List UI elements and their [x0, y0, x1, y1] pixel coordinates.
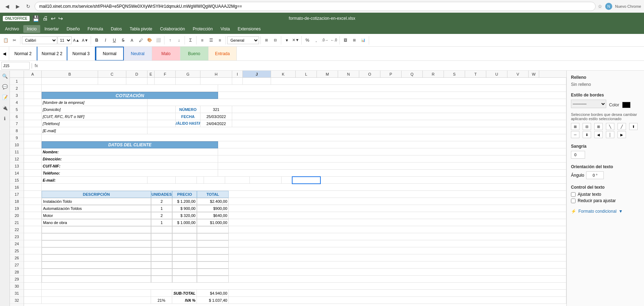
cell-B18[interactable]: Instalación Toldo — [42, 198, 151, 205]
border-right-btn[interactable]: ▶ — [618, 131, 626, 138]
cell-H22[interactable] — [197, 226, 229, 233]
row-2[interactable]: 2 — [10, 85, 24, 92]
cell-B7[interactable]: [Teléfono] — [42, 120, 148, 127]
col-S[interactable]: S — [444, 71, 465, 77]
row-6[interactable]: 6 — [10, 113, 24, 120]
border-all-btn[interactable]: ⊞ — [571, 123, 579, 130]
cell-rest25[interactable] — [229, 247, 566, 254]
col-P[interactable]: P — [380, 71, 402, 77]
col-O[interactable]: O — [359, 71, 380, 77]
search-sidebar-icon[interactable]: 🔍 — [1, 72, 9, 80]
cell-G25[interactable] — [172, 247, 197, 254]
cell-I1[interactable] — [232, 78, 243, 85]
row-22[interactable]: 22 — [10, 226, 24, 233]
cell-H18[interactable]: $2.400,00 — [197, 198, 229, 205]
row-1[interactable]: 1 — [10, 78, 24, 85]
style-neutral-btn[interactable]: Neutral — [124, 47, 152, 61]
cell-D15[interactable] — [176, 177, 197, 184]
color-swatch[interactable] — [622, 102, 631, 108]
cell-B28[interactable] — [42, 269, 151, 276]
cell-G27[interactable] — [172, 261, 197, 269]
cell-rest30[interactable] — [42, 283, 566, 290]
row-15[interactable]: 15 — [10, 177, 24, 184]
cell-B23[interactable] — [42, 233, 151, 240]
cell-G32-iva[interactable]: IVA % — [172, 297, 197, 304]
cell-rest24[interactable] — [229, 240, 566, 247]
row-24[interactable]: 24 — [10, 240, 24, 247]
cell-B4[interactable]: [Nombre de la empresa] — [42, 99, 148, 106]
menu-formula[interactable]: Fórmula — [84, 25, 107, 33]
cell-H17-total[interactable]: TOTAL — [197, 191, 229, 198]
cell-B2[interactable] — [42, 85, 218, 92]
cell-H6-val[interactable]: 25/03/2022 — [200, 113, 232, 120]
cell-C1[interactable] — [98, 78, 126, 85]
border-style-select[interactable]: ───── — [571, 100, 606, 108]
cell-A21[interactable] — [24, 219, 42, 226]
cell-A28[interactable] — [24, 269, 42, 276]
font-color-button[interactable]: A — [128, 36, 136, 45]
cell-A8[interactable] — [24, 127, 42, 134]
cell-rest31[interactable] — [229, 290, 566, 297]
cell-H27[interactable] — [197, 261, 229, 269]
cell-F17-units[interactable]: UNIDADES — [151, 191, 172, 198]
row-7[interactable]: 7 — [10, 120, 24, 127]
cell-B12[interactable]: Dirección: — [42, 155, 218, 163]
col-G[interactable]: G — [176, 71, 200, 77]
cell-rest21[interactable] — [229, 219, 566, 226]
highlight-button[interactable]: 🖊 — [137, 36, 145, 45]
cell-H1[interactable] — [200, 78, 232, 85]
row-21[interactable]: 21 — [10, 219, 24, 226]
border-button[interactable]: ⬜ — [154, 36, 163, 45]
cell-H26[interactable] — [197, 254, 229, 261]
chart-btn[interactable]: 📊 — [359, 36, 367, 45]
col-I[interactable]: I — [232, 71, 243, 77]
cell-G18[interactable]: $ 1.200,00 — [172, 198, 197, 205]
cell-A1[interactable] — [24, 78, 42, 85]
inc-decimal-btn[interactable]: .0→ — [321, 36, 329, 45]
thousands-btn[interactable]: , — [312, 36, 320, 45]
cell-rest28[interactable] — [229, 269, 566, 276]
row-20[interactable]: 20 — [10, 212, 24, 219]
menu-tabla-pivote[interactable]: Tabla pivote — [126, 25, 156, 33]
cell-A18[interactable] — [24, 198, 42, 205]
menu-diseno[interactable]: Diseño — [63, 25, 83, 33]
cell-A23[interactable] — [24, 233, 42, 240]
col-B[interactable]: B — [42, 71, 98, 77]
cell-G1[interactable] — [176, 78, 200, 85]
image-btn[interactable]: 🖼 — [341, 36, 350, 45]
fill-color-button[interactable]: 🎨 — [145, 36, 154, 45]
cell-rest16[interactable] — [42, 184, 566, 191]
row-25[interactable]: 25 — [10, 247, 24, 254]
cell-J1[interactable] — [243, 78, 271, 85]
col-M[interactable]: M — [317, 71, 338, 77]
cut-button[interactable]: ✂ — [10, 36, 19, 45]
cell-F26[interactable] — [151, 254, 172, 261]
cell-rest9[interactable] — [42, 134, 566, 141]
cell-A19[interactable] — [24, 205, 42, 212]
cell-styles-scroll-left[interactable]: ◀ — [0, 47, 9, 60]
cell-A16[interactable] — [24, 184, 42, 191]
cell-rest13[interactable] — [218, 163, 566, 170]
cell-B17-desc[interactable]: DESCRIPCIÓN — [42, 191, 151, 198]
table-btn[interactable]: ⊞ — [350, 36, 359, 45]
cell-F19[interactable]: 1 — [151, 205, 172, 212]
row-17[interactable]: 17 — [10, 191, 24, 198]
cell-A2[interactable] — [24, 85, 42, 92]
star-icon[interactable]: ☆ — [598, 4, 602, 9]
cell-B15[interactable]: E-mail: — [42, 177, 148, 184]
cell-A29[interactable] — [24, 276, 42, 283]
forward-button[interactable]: ▶ — [13, 2, 22, 11]
cell-A22[interactable] — [24, 226, 42, 233]
cell-G20[interactable]: $ 320,00 — [172, 212, 197, 219]
cell-G15[interactable] — [225, 177, 250, 184]
cell-rest29[interactable] — [229, 276, 566, 283]
row-31[interactable]: 31 — [10, 290, 24, 297]
font-size-select[interactable]: 11 — [58, 36, 72, 44]
border-diag1-btn[interactable]: ╲ — [606, 123, 614, 130]
merge-btn[interactable]: ⊟ — [271, 36, 279, 45]
row-3[interactable]: 3 — [10, 92, 24, 99]
menu-inicio[interactable]: Inicio — [23, 25, 40, 33]
col-Q[interactable]: Q — [402, 71, 423, 77]
adjust-text-checkbox[interactable] — [571, 192, 576, 197]
sum-btn[interactable]: Σ — [186, 36, 195, 45]
